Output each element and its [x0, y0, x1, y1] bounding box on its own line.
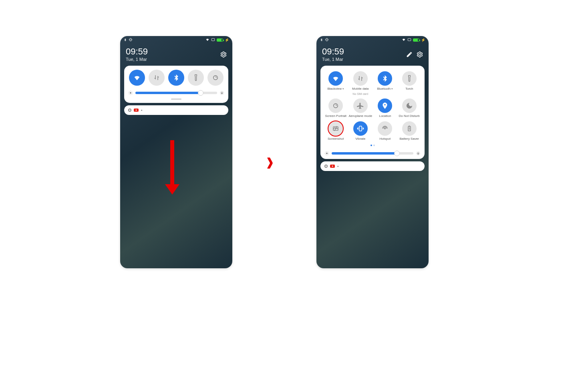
airplane-icon[interactable]	[353, 99, 368, 113]
vibrate-status-icon	[129, 38, 133, 42]
qs-tile-vibrate[interactable]: Vibrate	[348, 121, 372, 141]
bluetooth-icon[interactable]	[378, 71, 392, 86]
brightness-slider[interactable]: A	[324, 151, 421, 156]
wifi-status-icon	[205, 38, 209, 42]
qs-tile-sublabel: No SIM card	[352, 92, 368, 95]
qs-tile-label: Mobile data	[352, 87, 369, 91]
svg-rect-7	[408, 38, 411, 41]
brightness-low-icon	[324, 151, 329, 156]
youtube-icon	[134, 109, 139, 112]
qs-tile-label: Bluetooth	[377, 87, 391, 91]
svg-text:A: A	[222, 92, 222, 94]
wifi-status-icon	[402, 38, 406, 42]
qs-tile-hotspot[interactable]: Hotspot	[374, 121, 396, 141]
qs-header: 09:59 Tue, 1 Mar	[316, 44, 429, 63]
qs-tile-label: Location	[379, 115, 391, 118]
qs-toggle-rotate[interactable]	[207, 70, 224, 86]
pager-dot	[371, 145, 372, 146]
qs-header: 09:59 Tue, 1 Mar	[120, 44, 232, 63]
drag-handle[interactable]	[171, 99, 181, 100]
page-indicator	[324, 145, 421, 146]
clock-time: 09:59	[322, 47, 344, 56]
qs-tile-location[interactable]: Location	[374, 99, 396, 118]
qs-tile-label: Vibrate	[355, 137, 365, 141]
svg-point-14	[326, 153, 328, 154]
chevron-down-icon[interactable]: ▾	[342, 87, 344, 90]
clock-date: Tue, 1 Mar	[126, 57, 148, 62]
battery-status-icon	[217, 38, 223, 42]
charging-status-icon: ⚡	[225, 38, 229, 42]
qs-tile-label: Screenshot	[328, 137, 344, 141]
swipe-down-annotation-arrow	[165, 140, 179, 195]
cast-status-icon	[407, 38, 411, 42]
brightness-auto-icon: A	[219, 90, 224, 95]
qs-toggle-torch[interactable]	[188, 70, 204, 86]
qs-panel-expanded: Blackview▾Mobile dataNo SIM cardBluetoot…	[320, 66, 425, 159]
battery-saver-icon[interactable]	[402, 121, 417, 136]
wifi-icon[interactable]	[328, 71, 343, 86]
bluetooth-status-icon	[123, 38, 127, 42]
hotspot-icon[interactable]	[378, 121, 392, 136]
settings-icon[interactable]	[220, 51, 227, 59]
chevron-down-icon[interactable]: ▾	[391, 87, 393, 90]
qs-tile-torch[interactable]: Torch	[398, 71, 421, 95]
data-icon[interactable]	[353, 71, 368, 86]
svg-rect-6	[326, 38, 327, 41]
phone-screenshot-expanded: ⚡ 09:59 Tue, 1 Mar Blackview▾Mobile data…	[316, 36, 429, 268]
vibrate-icon[interactable]	[353, 121, 368, 136]
statusbar: ⚡	[316, 36, 429, 44]
svg-text:A: A	[418, 153, 419, 155]
svg-rect-13	[409, 126, 410, 127]
notification-row[interactable]: •	[124, 105, 228, 115]
notification-dot: •	[337, 164, 339, 169]
brightness-slider[interactable]: A	[128, 90, 224, 95]
qs-tile-label: Screen Portrait	[325, 115, 346, 118]
record-icon	[128, 109, 131, 112]
qs-tile-label: Hotspot	[380, 137, 391, 141]
clock-date: Tue, 1 Mar	[322, 57, 344, 62]
record-icon	[324, 165, 328, 168]
qs-toggle-bt[interactable]	[168, 70, 184, 86]
statusbar: ⚡	[120, 36, 232, 44]
qs-tile-battery[interactable]: Battery Saver	[398, 121, 421, 141]
bluetooth-status-icon	[320, 38, 323, 42]
notification-dot: •	[141, 108, 143, 113]
torch-icon[interactable]	[402, 71, 417, 86]
transition-chevron-icon: ›	[266, 145, 274, 177]
svg-rect-0	[130, 38, 131, 41]
youtube-icon	[330, 165, 335, 168]
qs-toggle-wifi[interactable]	[129, 70, 145, 86]
qs-tile-wifi[interactable]: Blackview▾	[324, 71, 347, 95]
dnd-icon[interactable]	[402, 99, 417, 113]
qs-tile-label: Battery Saver	[400, 137, 419, 141]
notification-row[interactable]: •	[320, 161, 425, 171]
location-icon[interactable]	[378, 99, 392, 113]
cast-status-icon	[211, 38, 215, 42]
charging-status-icon: ⚡	[421, 38, 425, 42]
qs-tile-data[interactable]: Mobile dataNo SIM card	[348, 71, 372, 95]
brightness-auto-icon: A	[416, 151, 421, 156]
rotate-lock-icon[interactable]	[328, 99, 343, 113]
qs-tile-airplane[interactable]: Aeroplane mode	[348, 99, 372, 118]
qs-toggle-data[interactable]	[149, 70, 165, 86]
qs-tile-dnd[interactable]: Do Not Disturb	[398, 99, 421, 118]
clock-time: 09:59	[126, 47, 148, 56]
svg-point-3	[130, 92, 131, 94]
qs-panel-collapsed: A	[124, 66, 228, 103]
battery-status-icon	[413, 38, 419, 42]
qs-tile-label: Aeroplane mode	[348, 115, 372, 118]
qs-tile-rotate[interactable]: Screen Portrait	[324, 99, 347, 118]
vibrate-status-icon	[325, 38, 329, 42]
highlight-circle	[328, 121, 344, 137]
settings-icon[interactable]	[417, 51, 423, 59]
svg-point-11	[385, 128, 386, 129]
pager-dot	[373, 145, 375, 146]
qs-tile-label: Blackview	[327, 87, 342, 91]
svg-rect-1	[211, 38, 215, 41]
qs-tile-bt[interactable]: Bluetooth▾	[374, 71, 396, 95]
qs-tile-label: Do Not Disturb	[399, 115, 420, 118]
brightness-low-icon	[128, 90, 133, 95]
edit-icon[interactable]	[406, 51, 413, 59]
qs-tile-screenshot[interactable]: Screenshot	[324, 121, 347, 141]
svg-rect-10	[359, 126, 362, 131]
